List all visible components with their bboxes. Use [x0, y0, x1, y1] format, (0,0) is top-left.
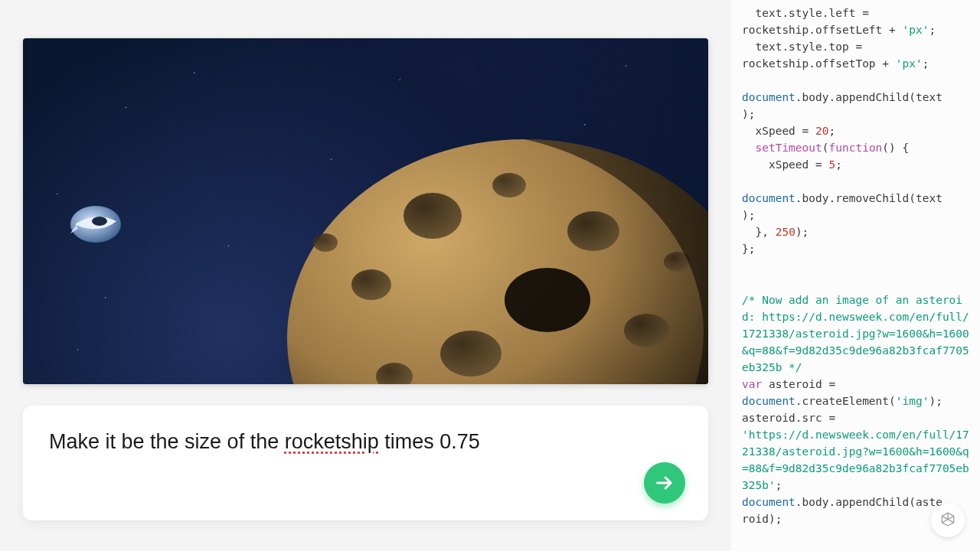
prompt-text-underlined: rocketship	[285, 430, 379, 453]
arrow-right-icon	[654, 472, 675, 494]
prompt-card: Make it be the size of the rocketship ti…	[23, 406, 708, 520]
svg-point-8	[440, 331, 501, 377]
svg-point-9	[624, 314, 670, 347]
svg-point-7	[505, 268, 590, 332]
svg-point-3	[403, 193, 462, 239]
preview-canvas	[23, 38, 708, 384]
code-panel[interactable]: text.style.left =rocketship.offsetLeft +…	[731, 0, 980, 551]
asteroid-sprite	[279, 124, 708, 384]
svg-point-5	[492, 173, 526, 197]
svg-point-11	[313, 233, 338, 252]
prompt-text-suffix: times 0.75	[379, 430, 480, 453]
send-button[interactable]	[644, 462, 685, 504]
openai-icon	[937, 510, 959, 531]
svg-point-4	[351, 269, 391, 300]
svg-point-1	[92, 217, 107, 226]
prompt-input[interactable]: Make it be the size of the rocketship ti…	[49, 429, 682, 455]
rocketship-sprite	[69, 203, 122, 245]
svg-point-6	[567, 211, 619, 251]
prompt-text-prefix: Make it be the size of the	[49, 430, 285, 453]
openai-logo-badge	[931, 504, 965, 537]
